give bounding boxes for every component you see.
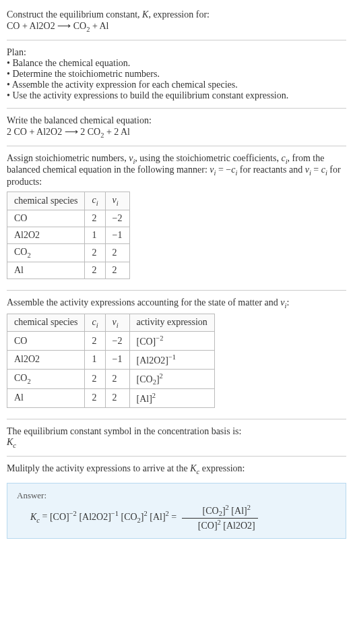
table-row: Al 2 2 <box>7 262 130 279</box>
cell-activity: [CO2]2 <box>129 369 214 388</box>
cell-activity: [Al2O2]−1 <box>129 351 214 370</box>
assign-section: Assign stoichiometric numbers, νi, using… <box>7 149 346 287</box>
plan-bullet-4: • Use the activity expressions to build … <box>7 90 346 101</box>
separator <box>7 40 346 40</box>
cell-ci: 2 <box>85 369 105 388</box>
separator <box>7 290 346 291</box>
kc-symbol-section: The equilibrium constant symbol in the c… <box>7 422 346 453</box>
activity-heading: Assemble the activity expressions accoun… <box>7 297 346 310</box>
table-row: CO2 2 2 [CO2]2 <box>7 369 215 388</box>
col-vi: νi <box>105 192 129 210</box>
cell-species: Al <box>7 389 85 408</box>
fraction-denominator: [CO]2 [Al2O2] <box>182 519 258 531</box>
kc-product: [CO]−2 [Al2O2]−1 [CO2]2 [Al]2 = <box>50 512 179 522</box>
table-row: Al2O2 1 −1 [Al2O2]−1 <box>7 351 215 370</box>
activity-section: Assemble the activity expressions accoun… <box>7 293 346 416</box>
answer-expression: Kc = [CO]−2 [Al2O2]−1 [CO2]2 [Al]2 = [CO… <box>17 504 336 531</box>
cell-species: CO <box>7 210 85 227</box>
cell-ci: 2 <box>85 262 105 279</box>
kc-equals: Kc = <box>30 512 50 522</box>
kc-symbol-line: The equilibrium constant symbol in the c… <box>7 426 346 437</box>
table-row: Al 2 2 [Al]2 <box>7 389 215 408</box>
answer-box: Answer: Kc = [CO]−2 [Al2O2]−1 [CO2]2 [Al… <box>7 483 346 538</box>
cell-ci: 2 <box>85 210 105 227</box>
cell-species: CO2 <box>7 243 85 262</box>
separator <box>7 108 346 109</box>
separator <box>7 456 346 457</box>
cell-vi: −2 <box>105 332 129 351</box>
col-ci: ci <box>85 192 105 210</box>
intro-K: K <box>142 9 148 20</box>
table-row: CO2 2 2 <box>7 243 130 262</box>
cell-ci: 1 <box>85 351 105 370</box>
cell-vi: 2 <box>105 262 129 279</box>
intro-section: Construct the equilibrium constant, K, e… <box>7 5 346 37</box>
cell-activity: [CO]−2 <box>129 332 214 351</box>
col-vi: νi <box>105 314 129 332</box>
cell-ci: 1 <box>85 227 105 243</box>
cell-species: Al2O2 <box>7 227 85 243</box>
col-activity: activity expression <box>129 314 214 332</box>
unbalanced-equation: CO + Al2O2 ⟶ CO2 + Al <box>7 20 346 33</box>
table-row: CO 2 −2 <box>7 210 130 227</box>
intro-text-suffix: , expression for: <box>148 9 210 20</box>
table-header-row: chemical species ci νi activity expressi… <box>7 314 215 332</box>
cell-activity: [Al]2 <box>129 389 214 408</box>
multiply-line: Mulitply the activity expressions to arr… <box>7 463 346 475</box>
cell-vi: −2 <box>105 210 129 227</box>
plan-heading: Plan: <box>7 47 346 58</box>
cell-ci: 2 <box>85 332 105 351</box>
intro-text-prefix: Construct the equilibrium constant, <box>7 9 142 20</box>
plan-bullet-3: • Assemble the activity expression for e… <box>7 80 346 90</box>
col-species: chemical species <box>7 314 85 332</box>
plan-bullet-1: • Balance the chemical equation. <box>7 58 346 69</box>
cell-vi: 2 <box>105 243 129 262</box>
cell-vi: −1 <box>105 351 129 370</box>
multiply-section: Mulitply the activity expressions to arr… <box>7 459 346 479</box>
table-header-row: chemical species ci νi <box>7 192 130 210</box>
kc-fraction: [CO2]2 [Al]2[CO]2 [Al2O2] <box>182 504 258 531</box>
separator <box>7 146 346 146</box>
table-row: Al2O2 1 −1 <box>7 227 130 243</box>
table-row: CO 2 −2 [CO]−2 <box>7 332 215 351</box>
col-ci: ci <box>85 314 105 332</box>
cell-vi: −1 <box>105 227 129 243</box>
separator <box>7 419 346 419</box>
assign-text: Assign stoichiometric numbers, νi, using… <box>7 153 346 188</box>
cell-ci: 2 <box>85 243 105 262</box>
balanced-equation: 2 CO + Al2O2 ⟶ 2 CO2 + 2 Al <box>7 126 346 139</box>
kc-symbol: Kc <box>7 437 346 449</box>
cell-vi: 2 <box>105 389 129 408</box>
cell-species: CO <box>7 332 85 351</box>
intro-line: Construct the equilibrium constant, K, e… <box>7 9 346 20</box>
col-species: chemical species <box>7 192 85 210</box>
stoich-table: chemical species ci νi CO 2 −2 Al2O2 1 −… <box>7 192 130 279</box>
cell-vi: 2 <box>105 369 129 388</box>
fraction-numerator: [CO2]2 [Al]2 <box>182 504 258 518</box>
cell-species: CO2 <box>7 369 85 388</box>
cell-species: Al2O2 <box>7 351 85 370</box>
activity-table: chemical species ci νi activity expressi… <box>7 314 215 408</box>
answer-label: Answer: <box>17 490 336 501</box>
cell-ci: 2 <box>85 389 105 408</box>
cell-species: Al <box>7 262 85 279</box>
balanced-section: Write the balanced chemical equation: 2 … <box>7 111 346 143</box>
plan-section: Plan: • Balance the chemical equation. •… <box>7 43 346 105</box>
plan-bullet-2: • Determine the stoichiometric numbers. <box>7 69 346 80</box>
balanced-heading: Write the balanced chemical equation: <box>7 115 346 126</box>
